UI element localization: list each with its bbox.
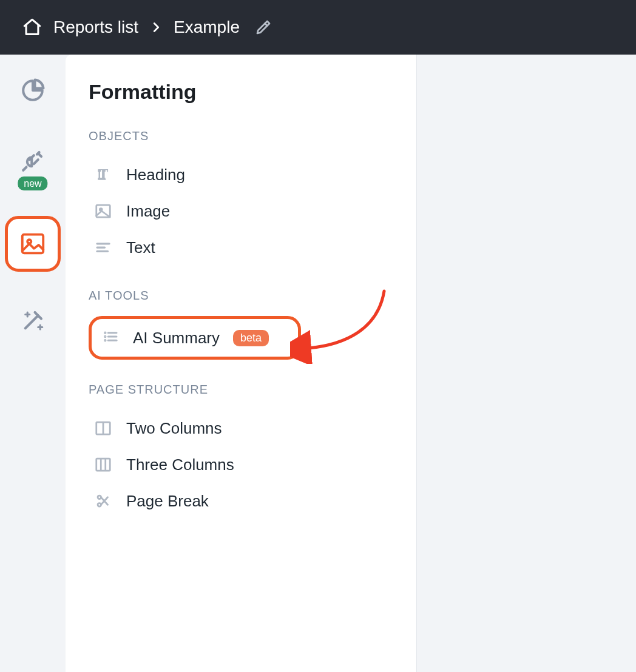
section-label-structure: PAGE STRUCTURE bbox=[89, 383, 393, 397]
image-small-icon bbox=[93, 201, 113, 221]
image-icon bbox=[19, 230, 47, 258]
svg-point-9 bbox=[105, 336, 106, 337]
svg-rect-0 bbox=[22, 235, 44, 254]
object-item-text[interactable]: Text bbox=[89, 229, 393, 266]
heading-icon: T bbox=[93, 165, 113, 184]
section-objects: OBJECTS T Heading Image bbox=[89, 129, 393, 266]
text-icon bbox=[93, 238, 113, 257]
object-item-heading[interactable]: T Heading bbox=[89, 156, 393, 193]
svg-point-10 bbox=[105, 340, 106, 341]
object-label: Two Columns bbox=[126, 419, 222, 438]
list-icon bbox=[101, 328, 120, 348]
svg-rect-16 bbox=[96, 459, 110, 471]
magic-wand-icon bbox=[20, 308, 46, 334]
object-label: Text bbox=[126, 238, 155, 257]
object-label: Image bbox=[126, 202, 170, 221]
object-label: Page Break bbox=[126, 492, 209, 511]
new-badge: new bbox=[18, 176, 47, 190]
structure-item-page-break[interactable]: Page Break bbox=[89, 483, 393, 519]
panel-title: Formatting bbox=[89, 80, 393, 104]
breadcrumb-root[interactable]: Reports list bbox=[53, 18, 138, 37]
section-ai-tools: AI TOOLS AI Summary beta bbox=[89, 289, 393, 360]
rail-item-formatting[interactable] bbox=[5, 216, 61, 272]
structure-item-three-columns[interactable]: Three Columns bbox=[89, 446, 393, 483]
rail-item-chart[interactable] bbox=[5, 75, 61, 106]
breadcrumb-current[interactable]: Example bbox=[174, 18, 240, 37]
object-label: Heading bbox=[126, 166, 185, 184]
section-label-objects: OBJECTS bbox=[89, 129, 393, 143]
svg-text:T: T bbox=[98, 166, 109, 183]
home-icon[interactable] bbox=[22, 17, 42, 38]
content-area bbox=[416, 55, 636, 672]
structure-item-two-columns[interactable]: Two Columns bbox=[89, 410, 393, 446]
pie-chart-icon bbox=[20, 78, 46, 103]
svg-point-8 bbox=[105, 332, 106, 334]
ai-summary-item[interactable]: AI Summary beta bbox=[89, 316, 301, 360]
section-page-structure: PAGE STRUCTURE Two Columns bbox=[89, 383, 393, 519]
three-columns-icon bbox=[93, 455, 113, 474]
rail-item-plugin[interactable]: new bbox=[5, 139, 61, 182]
chevron-right-icon bbox=[149, 21, 163, 34]
plug-icon bbox=[20, 148, 46, 173]
object-item-image[interactable]: Image bbox=[89, 193, 393, 229]
topbar: Reports list Example bbox=[0, 0, 636, 55]
two-columns-icon bbox=[93, 418, 113, 438]
main-area: new Formatting OBJECTS bbox=[0, 55, 636, 672]
ai-summary-label: AI Summary bbox=[133, 329, 220, 348]
rail-item-magic[interactable] bbox=[5, 306, 61, 336]
beta-badge: beta bbox=[233, 330, 269, 346]
section-label-ai: AI TOOLS bbox=[89, 289, 393, 303]
page-break-icon bbox=[93, 491, 113, 511]
formatting-panel: Formatting OBJECTS T Heading Image bbox=[66, 55, 416, 672]
edit-icon[interactable] bbox=[254, 18, 272, 36]
object-label: Three Columns bbox=[126, 455, 234, 474]
nav-rail: new bbox=[0, 55, 66, 672]
